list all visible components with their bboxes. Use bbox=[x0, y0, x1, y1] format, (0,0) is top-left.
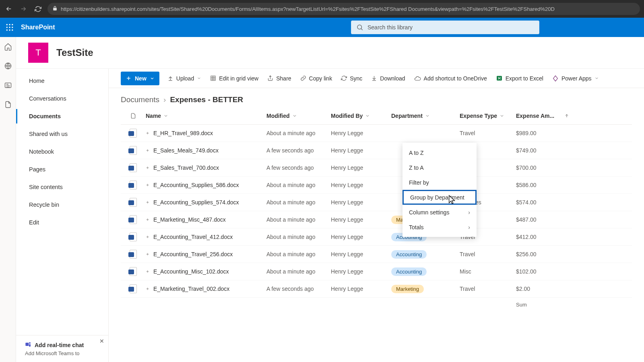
app-launcher-icon[interactable] bbox=[0, 18, 19, 37]
svg-point-9 bbox=[357, 25, 362, 29]
svg-point-5 bbox=[12, 27, 13, 28]
search-box[interactable]: Search this library bbox=[351, 21, 539, 34]
suite-header: SharePoint Search this library bbox=[0, 18, 644, 37]
svg-point-2 bbox=[12, 24, 13, 25]
url-text: https://citizenbuilders.sharepoint.com/s… bbox=[61, 6, 555, 12]
svg-point-1 bbox=[9, 24, 10, 25]
search-icon bbox=[356, 24, 363, 31]
forward-icon[interactable] bbox=[19, 4, 28, 14]
url-bar[interactable]: https://citizenbuilders.sharepoint.com/s… bbox=[47, 3, 640, 15]
lock-icon bbox=[52, 6, 58, 12]
svg-point-0 bbox=[6, 24, 8, 25]
search-placeholder: Search this library bbox=[367, 24, 413, 31]
svg-point-4 bbox=[9, 27, 10, 28]
suite-brand[interactable]: SharePoint bbox=[19, 24, 55, 31]
svg-point-8 bbox=[12, 29, 13, 31]
svg-point-3 bbox=[6, 27, 8, 28]
browser-bar: https://citizenbuilders.sharepoint.com/s… bbox=[0, 0, 644, 18]
svg-point-7 bbox=[9, 29, 10, 31]
svg-point-6 bbox=[6, 29, 8, 31]
reload-icon[interactable] bbox=[33, 4, 43, 14]
back-icon[interactable] bbox=[4, 4, 14, 14]
